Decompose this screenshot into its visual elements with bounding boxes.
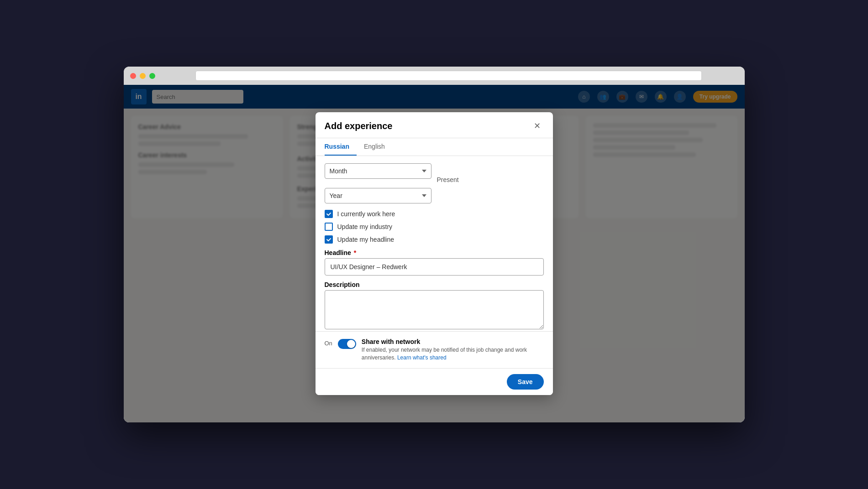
save-button[interactable]: Save (507, 374, 544, 390)
window-minimize-btn[interactable] (140, 73, 146, 79)
share-on-label: On (325, 338, 332, 347)
description-textarea[interactable] (325, 290, 544, 329)
headline-group: Headline * (325, 249, 544, 276)
linkedin-background: in ⌂ 👥 💼 ✉ 🔔 👤 Try upgrade Career Advice… (124, 85, 745, 422)
modal-close-button[interactable]: ✕ (531, 120, 544, 132)
description-group: Description (325, 281, 544, 329)
modal-footer: Save (316, 368, 553, 395)
description-label: Description (325, 281, 544, 288)
url-bar[interactable] (195, 71, 702, 81)
share-toggle[interactable] (338, 339, 356, 349)
month-select[interactable]: Month JanuaryFebruaryMarch AprilMayJune … (325, 163, 431, 179)
date-start-row: Month JanuaryFebruaryMarch AprilMayJune … (325, 163, 544, 183)
present-text: Present (437, 163, 544, 183)
checkbox-update-headline[interactable] (325, 235, 333, 244)
modal-overlay: Add experience ✕ Russian English Month (124, 85, 745, 422)
share-text-block: Share with network If enabled, your netw… (362, 338, 544, 362)
checkbox-update-headline-label: Update my headline (337, 236, 395, 243)
checkbox-update-headline-row: Update my headline (325, 235, 544, 244)
mac-titlebar (124, 67, 745, 85)
window-maximize-btn[interactable] (149, 73, 155, 79)
toggle-thumb (347, 340, 355, 348)
modal-title: Add experience (325, 121, 393, 131)
tab-russian[interactable]: Russian (325, 138, 357, 156)
window-close-btn[interactable] (130, 73, 136, 79)
modal-tabs: Russian English (316, 138, 553, 156)
share-section: On Share with network If enabled, your n… (316, 331, 553, 368)
share-description: If enabled, your network may be notified… (362, 346, 544, 362)
modal-body: Month JanuaryFebruaryMarch AprilMayJune … (316, 156, 553, 331)
date-year-row: Year 202420232022 202120202019 20182017 (325, 188, 544, 203)
tab-english[interactable]: English (364, 138, 392, 156)
checkbox-update-industry-row: Update my industry (325, 223, 544, 231)
month-group: Month JanuaryFebruaryMarch AprilMayJune … (325, 163, 431, 179)
checkbox-update-industry-label: Update my industry (337, 223, 393, 230)
modal-header: Add experience ✕ (316, 112, 553, 138)
year-select[interactable]: Year 202420232022 202120202019 20182017 (325, 188, 431, 203)
headline-label: Headline * (325, 249, 544, 256)
checkbox-currently-work[interactable] (325, 210, 333, 218)
share-title: Share with network (362, 338, 544, 345)
year-group: Year 202420232022 202120202019 20182017 (325, 188, 431, 203)
checkbox-update-industry[interactable] (325, 223, 333, 231)
checkbox-currently-work-row: I currently work here (325, 210, 544, 218)
learn-more-link[interactable]: Learn what's shared (397, 354, 447, 361)
headline-input[interactable] (325, 258, 544, 276)
mac-window: in ⌂ 👥 💼 ✉ 🔔 👤 Try upgrade Career Advice… (124, 67, 745, 422)
add-experience-modal: Add experience ✕ Russian English Month (316, 112, 553, 395)
checkbox-currently-work-label: I currently work here (337, 210, 395, 218)
